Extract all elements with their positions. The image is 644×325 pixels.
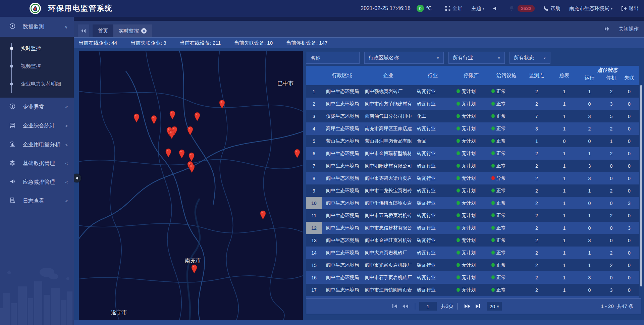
table-row[interactable]: 4高坪生态环境局南充市高坪区王家店建砖瓦行业无计划正常31220 — [306, 122, 639, 135]
sidebar-item-实时监控[interactable]: 实时监控 — [0, 40, 74, 57]
row-index: 4 — [306, 122, 322, 135]
table-row[interactable]: 9阆中生态环境局阆中市二龙长宝页岩砖砖瓦行业无计划正常21120 — [306, 184, 639, 197]
row-index: 7 — [306, 160, 322, 172]
sidebar-group-日志查看[interactable]: 日志查看< — [0, 192, 74, 210]
table-row[interactable]: 1阆中生态环境局阆中强锐页岩砖厂砖瓦行业无计划正常21120 — [306, 85, 639, 98]
sidebar-item-企业电力负荷明细[interactable]: 企业电力负荷明细 — [0, 75, 74, 93]
next-page-button[interactable] — [464, 304, 470, 308]
map-pin[interactable] — [133, 113, 140, 123]
table-row[interactable]: 15阆中生态环境局阆中市光富页岩机砖厂砖瓦行业无计划正常21120 — [306, 259, 639, 271]
table-row[interactable]: 14阆中生态环境局阆中大兴页岩机砖厂砖瓦行业无计划正常21120 — [306, 247, 639, 259]
table-row[interactable]: 11阆中生态环境局阆中市五马桥页岩机砖砖瓦行业无计划正常21120 — [306, 209, 639, 222]
tab-realtime-monitor[interactable]: 实时监控 ✕ — [113, 24, 152, 37]
notifications[interactable]: 2632 — [509, 5, 535, 12]
table-row[interactable]: 2阆中生态环境局阆中市南方节能建材有砖瓦行业无计划正常21030 — [306, 98, 639, 110]
cell-monitor-count: 2 — [522, 176, 552, 181]
stat-item: 当前在线企业: 44 — [78, 40, 117, 46]
sidebar-item-视频监控[interactable]: 视频监控 — [0, 57, 74, 75]
map-pin[interactable] — [194, 112, 201, 121]
cell-region: 阆中生态环境局 — [322, 188, 362, 194]
table-row[interactable]: 10阆中生态环境局阆中千佛镇五郎垭页岩砖瓦行业无计划正常21003 — [306, 197, 639, 209]
name-filter[interactable] — [306, 52, 360, 64]
cell-monitor-count: 2 — [522, 263, 552, 268]
region-filter-select[interactable]: 行政区域名称 ∨ — [364, 52, 444, 64]
table-row[interactable]: 13阆中生态环境局阆中市金福旺页岩机砖砖瓦行业无计划正常21300 — [306, 234, 639, 247]
cell-industry: 砖瓦行业 — [414, 89, 451, 95]
sidebar-group-企业异常[interactable]: 企业异常< — [0, 98, 74, 116]
mute-button[interactable] — [493, 6, 500, 11]
industry-filter-select[interactable]: 所有行业 ∨ — [448, 52, 505, 64]
logout-button[interactable]: 退出 — [621, 5, 639, 12]
sidebar-nav: 数据监测∨实时监控视频监控企业电力负荷明细企业异常<企业综合统计<企业用电量分析… — [0, 17, 74, 210]
status-filter-select[interactable]: 所有状态 ∨ — [509, 52, 550, 64]
map-pin[interactable] — [151, 115, 157, 124]
table-row[interactable]: 16阆中生态环境局阆中市石子页岩机砖厂砖瓦行业无计划正常21300 — [306, 271, 639, 284]
map-pin[interactable] — [219, 100, 225, 109]
status-dot-green-icon — [491, 251, 495, 255]
cell-limit-status: 无计划 — [451, 287, 491, 293]
org-dropdown[interactable]: 南充市生态环境局 ▾ — [569, 5, 612, 12]
sidebar-group-基础数据管理[interactable]: 基础数据管理< — [0, 154, 74, 173]
cell-lost-count: 0 — [621, 188, 638, 194]
notification-count-badge: 2632 — [518, 5, 535, 12]
cell-limit-status: 无计划 — [451, 138, 491, 144]
status-filter-value: 所有状态 — [514, 55, 534, 61]
name-filter-input[interactable] — [310, 55, 355, 61]
map-pin[interactable] — [165, 148, 172, 158]
last-page-button[interactable] — [475, 304, 480, 308]
table-row[interactable]: 6阆中生态环境局阆中市金博瑞新型墙材砖瓦行业无计划正常21120 — [306, 147, 639, 160]
map-pin[interactable] — [169, 110, 176, 120]
map-pin[interactable] — [187, 126, 194, 136]
total-pages-label: 共3页 — [441, 303, 453, 310]
help-button[interactable]: 帮助 — [543, 5, 560, 12]
map-pin[interactable] — [168, 130, 175, 139]
fullscreen-button[interactable]: 全屏 — [445, 5, 463, 12]
map-pin[interactable] — [189, 164, 195, 173]
cell-monitor-count: 1 — [522, 139, 552, 144]
sidebar-group-企业用电量分析[interactable]: 企业用电量分析< — [0, 135, 74, 154]
table-row[interactable]: 7阆中生态环境局阆中明阳建材有限公司砖瓦行业无计划正常21300 — [306, 160, 639, 172]
table-row[interactable]: 17阆中生态环境局阆中市江南镇阆南页岩砖瓦行业无计划正常21030 — [306, 284, 639, 296]
page-size-select[interactable]: 20 ∨ — [487, 302, 502, 311]
filter-row: 行政区域名称 ∨ 所有行业 ∨ 所有状态 ∨ — [306, 52, 641, 65]
sidebar-group-应急减排管理[interactable]: 应急减排管理< — [0, 173, 74, 192]
table-row[interactable]: 3仪陇生态环境局西南油气田分公司川中化工无计划正常71350 — [306, 110, 639, 122]
map-panel[interactable]: 巴中市南充市遂宁市 — [79, 51, 303, 320]
status-dot-green-icon — [491, 126, 495, 130]
prev-page-button[interactable] — [402, 304, 409, 308]
tab-home[interactable]: 首页 — [93, 24, 113, 37]
cell-lost-count: 0 — [621, 89, 638, 94]
cell-facility-status: 正常 — [491, 275, 522, 281]
cell-stop-count: 5 — [602, 114, 621, 119]
map-pin[interactable] — [191, 264, 198, 274]
cell-region: 阆中生态环境局 — [322, 101, 362, 107]
sidebar-group-数据监测[interactable]: 数据监测∨ — [0, 17, 74, 37]
close-operations-button[interactable]: 关闭操作 — [619, 26, 639, 32]
table-scrollbar[interactable] — [640, 85, 642, 286]
first-page-button[interactable] — [392, 304, 398, 308]
cell-facility-status: 正常 — [491, 287, 522, 293]
tab-bar: 首页 实时监控 ✕ 关闭操作 — [74, 21, 644, 38]
sidebar-group-企业综合统计[interactable]: 企业综合统计< — [0, 116, 74, 135]
theme-dropdown[interactable]: 主题 ▾ — [471, 5, 484, 12]
app-header: 环保用电监管系统 2021-02-25 17:46:18 0 ℃ 全屏 主题 ▾ — [0, 0, 644, 17]
status-dot-green-icon — [457, 151, 460, 155]
cell-limit-status: 无计划 — [451, 163, 491, 169]
temperature-unit: ℃ — [426, 5, 432, 11]
map-pin[interactable] — [188, 152, 195, 162]
tab-close-icon[interactable]: ✕ — [141, 28, 147, 34]
cell-company: 营山县润丰肉食品有限 — [362, 138, 414, 144]
table-row[interactable]: 5营山生态环境局营山县润丰肉食品有限食品无计划正常10010 — [306, 135, 639, 147]
status-dot-green-icon — [491, 114, 495, 118]
tabs-scroll-right-button[interactable] — [604, 26, 609, 32]
tabs-scroll-left-button[interactable] — [78, 24, 89, 37]
page-number-input[interactable]: 1 — [419, 302, 437, 311]
map-pin[interactable] — [178, 149, 185, 159]
cell-run-count: 3 — [577, 114, 602, 119]
cell-lost-count: 3 — [621, 225, 638, 231]
map-pin[interactable] — [294, 149, 301, 158]
enterprise-table: 行政区域 企业 行业 停限产 治污设施 监测点 总表 点位状态 运行 停机 失联 — [306, 66, 639, 298]
map-pin[interactable] — [260, 210, 266, 220]
table-row[interactable]: 12阆中生态环境局阆中市忠信建材有限公砖瓦行业无计划正常21003 — [306, 222, 639, 234]
table-row[interactable]: 8阆中生态环境局阆中市枣碧大梁山页岩砖瓦行业无计划异常21300 — [306, 172, 639, 184]
